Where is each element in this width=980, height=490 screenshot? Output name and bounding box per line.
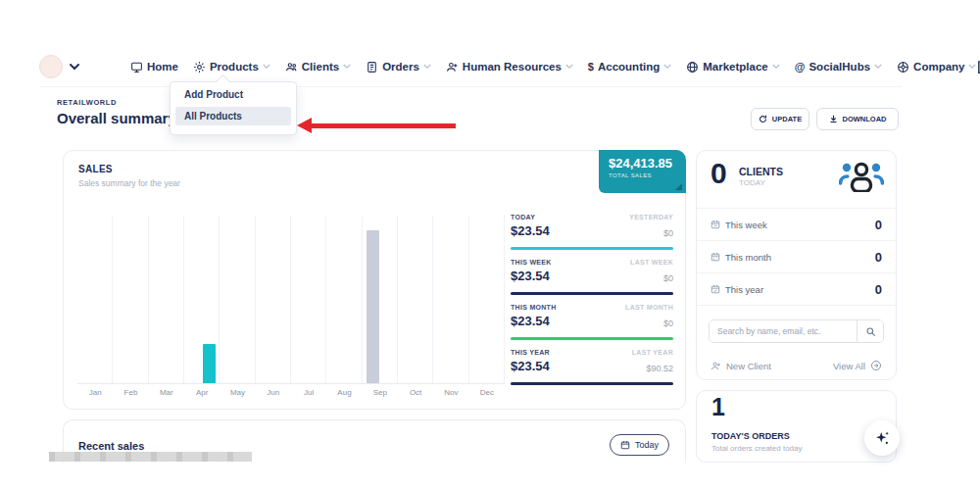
page-title: Overall summary: [57, 110, 176, 126]
clients-today-count: 0: [710, 157, 727, 190]
period-label: This month: [725, 252, 771, 263]
orders-today-count: 1: [711, 393, 725, 421]
chart-bar-sep-last-year: [367, 230, 379, 383]
nav-item-marketplace[interactable]: Marketplace: [686, 61, 779, 74]
clients-card-title: CLIENTS: [739, 166, 783, 177]
chart-gridline: [397, 216, 398, 383]
person-add-icon: [710, 361, 721, 371]
menu-item-add-product[interactable]: Add Product: [171, 82, 296, 104]
nav-item-accounting[interactable]: $ Accounting: [588, 61, 671, 73]
chart-gridline: [219, 216, 220, 383]
chart-x-label: Jun: [256, 388, 291, 397]
at-icon: @: [795, 61, 806, 73]
stat-value: $23.54: [511, 223, 550, 238]
stat-compare-value: $0: [663, 228, 673, 238]
chart-x-label: Oct: [398, 388, 433, 397]
clients-row-this-week: This week 0: [697, 209, 896, 241]
orders-card-title: TODAY'S ORDERS: [711, 431, 790, 441]
nav-label: Company: [913, 61, 964, 73]
chevron-down-icon: [343, 64, 351, 70]
stat-compare-value: $90.52: [646, 364, 673, 373]
new-client-label: New Client: [726, 361, 771, 371]
stat-row-this-year: THIS YEARLAST YEAR $23.54$90.52: [511, 349, 673, 385]
people-group-icon: [839, 162, 884, 192]
sales-card-subtitle: Sales summary for the year: [78, 178, 180, 188]
chart-x-label: Nov: [433, 388, 468, 397]
arrow-circle-icon: [870, 360, 882, 371]
view-all-label: View All: [833, 361, 865, 371]
today-filter-label: Today: [635, 440, 659, 450]
orders-card: 1 TODAY'S ORDERS Total orders created to…: [696, 390, 897, 463]
chevron-down-icon: [565, 64, 573, 70]
nav-item-clients[interactable]: Clients: [285, 61, 351, 74]
nav-item-human-resources[interactable]: Human Resources: [446, 61, 573, 74]
stat-label: THIS WEEK: [511, 259, 552, 266]
stat-value: $23.54: [511, 314, 550, 328]
download-button[interactable]: DOWNLOAD: [816, 108, 899, 130]
calendar-icon: [620, 440, 630, 450]
period-value: 0: [875, 218, 882, 232]
workspace-switcher[interactable]: [39, 55, 79, 78]
nav-label: Human Resources: [463, 61, 562, 73]
monitor-icon: [130, 61, 143, 74]
stat-underline: [511, 337, 673, 340]
chart-gridline: [362, 216, 363, 383]
chart-x-label: Aug: [326, 388, 362, 397]
notes-icon[interactable]: [976, 59, 980, 75]
menu-item-all-products[interactable]: All Products: [175, 107, 291, 125]
recent-sales-title: Recent sales: [78, 440, 144, 452]
search-icon: [865, 326, 876, 337]
clients-row-this-month: This month 0: [697, 241, 896, 273]
client-search-input[interactable]: [710, 320, 857, 342]
chart-x-label: Jan: [77, 388, 113, 397]
nav-label: Marketplace: [703, 61, 767, 73]
client-search-button[interactable]: [857, 320, 883, 342]
period-value: 0: [875, 282, 882, 297]
stat-compare-label: YESTERDAY: [629, 214, 673, 220]
sales-stats: TODAYYESTERDAY $23.54$0 THIS WEEKLAST WE…: [511, 214, 673, 394]
stat-compare-label: LAST WEEK: [630, 259, 673, 266]
sales-bar-chart: JanFebMarAprMayJunJulAugSepOctNovDec: [77, 216, 505, 397]
calendar-icon: [710, 220, 720, 229]
client-search: [709, 319, 884, 343]
nav-item-company[interactable]: Company: [897, 61, 976, 74]
sparkle-icon: [873, 429, 891, 447]
refresh-icon: [759, 115, 767, 123]
update-button[interactable]: UPDATE: [751, 108, 809, 130]
chevron-down-icon: [874, 64, 882, 70]
period-value: 0: [875, 250, 882, 265]
chart-gridline: [504, 216, 505, 383]
chart-x-label: Dec: [469, 388, 505, 397]
new-client-link[interactable]: New Client: [710, 361, 771, 371]
chevron-down-icon: [772, 64, 780, 70]
chart-gridline: [468, 216, 469, 383]
logo: [39, 55, 63, 78]
clients-card-subtitle: TODAY: [739, 178, 765, 187]
sales-card: SALES Sales summary for the year $24,413…: [63, 150, 686, 410]
sparkle-action-button[interactable]: [864, 420, 900, 456]
nav-item-home[interactable]: Home: [130, 61, 178, 74]
clients-period-list: This week 0 This month 0 This year 0: [697, 208, 896, 306]
nav-item-products[interactable]: Products: [193, 61, 270, 74]
total-sales-label: TOTAL SALES: [609, 172, 686, 178]
gear-icon: [193, 61, 206, 74]
period-label: This week: [725, 220, 767, 230]
nav-item-socialhubs[interactable]: @ SocialHubs: [795, 61, 882, 73]
view-all-link[interactable]: View All: [833, 360, 882, 371]
calendar-check-icon: [710, 284, 720, 294]
chart-x-label: Sep: [363, 388, 398, 397]
chart-bar-apr-this-year: [203, 344, 216, 383]
stat-label: THIS MONTH: [511, 304, 557, 311]
stat-value: $23.54: [511, 269, 550, 283]
chart-gridline: [112, 216, 113, 383]
people-icon: [285, 61, 298, 74]
today-filter-button[interactable]: Today: [610, 434, 669, 456]
nav-menu: Home Products Clients Orders Human Resou…: [130, 61, 976, 74]
partial-table-header-row: [49, 452, 252, 462]
nav-item-orders[interactable]: Orders: [366, 61, 431, 74]
stat-value: $23.54: [511, 359, 550, 373]
total-sales-amount: $24,413.85: [609, 156, 686, 171]
nav-actions: ?: [976, 56, 980, 77]
products-dropdown-menu: Add Product All Products: [170, 81, 297, 135]
sales-chart-plot: [77, 216, 505, 384]
